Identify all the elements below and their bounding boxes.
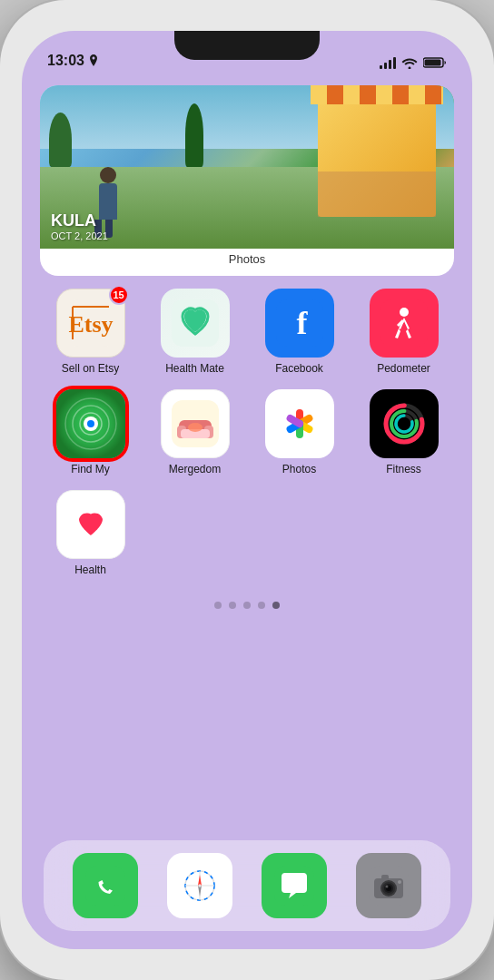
svg-text:f: f <box>296 305 308 341</box>
svg-text:Etsy: Etsy <box>68 311 113 338</box>
svg-point-16 <box>87 420 94 427</box>
svg-rect-9 <box>380 299 428 347</box>
findmy-logo <box>56 389 125 458</box>
home-content: KULA OCT 2, 2021 Photos 15 Etsy <box>22 74 472 949</box>
app-label-etsy: Sell on Etsy <box>62 362 119 375</box>
fitness-logo <box>380 400 428 447</box>
app-label-healthmate: Health Mate <box>165 362 224 375</box>
app-item-fitness[interactable]: Fitness <box>357 389 450 475</box>
dock-app-messages[interactable] <box>262 853 327 918</box>
dock-app-phone[interactable] <box>73 853 138 918</box>
signal-bars <box>380 56 396 69</box>
dock-camera-icon <box>356 853 421 918</box>
time-display: 13:03 <box>47 53 84 69</box>
signal-bar-4 <box>393 57 396 69</box>
app-label-mergedom: Mergedom <box>169 463 221 475</box>
svg-point-47 <box>386 886 389 888</box>
pedometer-logo <box>380 299 428 347</box>
health-icon <box>56 490 125 559</box>
widget-title: Photos <box>40 249 454 270</box>
page-dot-3[interactable] <box>243 602 251 609</box>
photo-date: OCT 2, 2021 <box>51 230 108 241</box>
svg-point-22 <box>188 423 203 432</box>
mergedom-logo <box>172 400 219 447</box>
svg-rect-1 <box>425 60 441 66</box>
dock-safari-icon <box>167 853 232 918</box>
etsy-badge: 15 <box>109 285 129 305</box>
app-item-photos[interactable]: Photos <box>252 389 346 475</box>
app-label-pedometer: Pedometer <box>377 362 430 375</box>
app-item-mergedom[interactable]: Mergedom <box>148 389 242 475</box>
dock <box>44 840 450 931</box>
photo-trees <box>49 113 72 167</box>
fitness-icon <box>370 389 439 458</box>
etsy-icon: 15 Etsy <box>56 289 125 358</box>
app-label-fitness: Fitness <box>386 463 421 475</box>
page-dot-1[interactable] <box>214 602 222 609</box>
dock-phone-icon <box>73 853 138 918</box>
photos-widget-image: KULA OCT 2, 2021 <box>40 85 454 249</box>
signal-bar-2 <box>384 63 387 69</box>
app-label-photos: Photos <box>282 463 316 475</box>
app-label-facebook: Facebook <box>275 362 323 375</box>
pedometer-icon <box>370 289 439 358</box>
app-item-findmy[interactable]: Find My <box>44 389 137 475</box>
page-dot-5[interactable] <box>272 602 280 609</box>
svg-rect-32 <box>85 866 125 906</box>
facebook-icon: f <box>265 289 334 358</box>
healthmate-logo <box>172 299 219 347</box>
photos-widget[interactable]: KULA OCT 2, 2021 Photos <box>40 85 454 276</box>
page-dot-2[interactable] <box>229 602 236 609</box>
photos-icon <box>265 389 334 458</box>
battery-icon <box>423 56 447 69</box>
mergedom-icon <box>161 389 230 458</box>
page-dot-4[interactable] <box>258 602 265 609</box>
dock-app-safari[interactable] <box>167 853 232 918</box>
app-item-health[interactable]: Health <box>44 490 137 576</box>
photos-logo <box>276 400 323 447</box>
svg-rect-48 <box>381 875 389 880</box>
photo-label: KULA OCT 2, 2021 <box>51 211 108 241</box>
health-logo <box>67 501 114 548</box>
app-item-healthmate[interactable]: Health Mate <box>148 289 242 375</box>
app-item-etsy[interactable]: 15 Etsy Sell on Etsy <box>44 289 137 375</box>
wifi-icon <box>401 56 418 69</box>
notch <box>174 31 320 60</box>
signal-bar-3 <box>389 60 391 69</box>
dock-messages-icon <box>262 853 327 918</box>
findmy-icon <box>56 389 125 458</box>
page-dots <box>40 602 454 609</box>
camera-logo <box>369 866 409 906</box>
messages-logo <box>274 866 314 906</box>
photo-location: KULA <box>51 211 108 230</box>
status-icons <box>380 56 447 69</box>
dock-app-camera[interactable] <box>356 853 421 918</box>
safari-logo <box>180 866 220 906</box>
app-grid: 15 Etsy Sell on Etsy <box>40 281 454 583</box>
app-item-facebook[interactable]: f Facebook <box>252 289 346 375</box>
phone-device: 13:03 <box>0 0 494 980</box>
app-item-pedometer[interactable]: Pedometer <box>357 289 450 375</box>
svg-point-49 <box>398 880 401 884</box>
location-icon <box>88 54 99 67</box>
photo-trees-2 <box>185 103 203 167</box>
signal-bar-1 <box>380 65 382 69</box>
status-time: 13:03 <box>47 53 99 69</box>
phone-screen: 13:03 <box>22 31 472 949</box>
facebook-logo: f <box>276 299 323 347</box>
photo-stall <box>318 99 436 217</box>
app-label-findmy: Find My <box>71 463 110 475</box>
healthmate-icon <box>161 289 230 358</box>
phone-logo <box>85 866 125 906</box>
svg-point-10 <box>400 308 409 317</box>
app-label-health: Health <box>74 564 106 576</box>
etsy-logo: Etsy <box>67 299 114 347</box>
